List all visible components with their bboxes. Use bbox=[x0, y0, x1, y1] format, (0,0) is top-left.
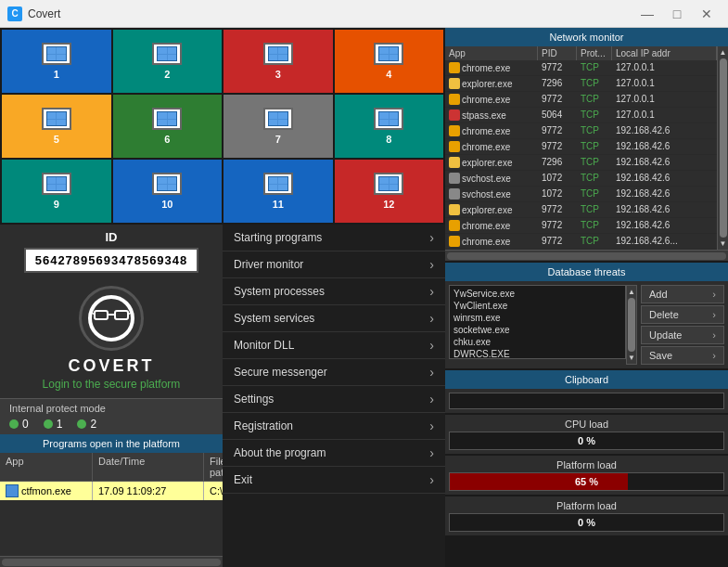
tile-icon-12 bbox=[374, 173, 403, 195]
net-cell-ip-9: 192.168.42.6 bbox=[612, 202, 717, 217]
net-row-10[interactable]: chrome.exe 9772 TCP 192.168.42.6 bbox=[445, 218, 717, 234]
db-btn-delete[interactable]: Delete › bbox=[641, 305, 724, 324]
menu-item-4[interactable]: Monitor DLL › bbox=[223, 332, 445, 359]
net-row-8[interactable]: svchost.exe 1072 TCP 192.168.42.6 bbox=[445, 187, 717, 202]
tile-num-6: 6 bbox=[164, 134, 170, 145]
net-row-5[interactable]: chrome.exe 9772 TCP 192.168.42.6 bbox=[445, 139, 717, 155]
net-cell-ip-0: 127.0.0.1 bbox=[612, 60, 717, 75]
menu-item-2[interactable]: System processes › bbox=[223, 278, 445, 305]
tile-6[interactable]: 6 bbox=[113, 95, 223, 158]
net-row-2[interactable]: chrome.exe 9772 TCP 127.0.0.1 bbox=[445, 92, 717, 108]
net-app-name-3: stpass.exe bbox=[462, 110, 506, 121]
db-scroll-down[interactable]: ▼ bbox=[628, 354, 635, 362]
db-list[interactable]: YwService.exeYwClient.exewinrsm.exesocke… bbox=[449, 285, 626, 359]
menu-item-3[interactable]: System services › bbox=[223, 305, 445, 332]
net-cell-pid-4: 9772 bbox=[538, 123, 577, 138]
menu-item-9[interactable]: Exit › bbox=[223, 467, 445, 494]
tile-num-2: 2 bbox=[164, 69, 170, 80]
id-value: 56427895693478569348 bbox=[24, 248, 199, 273]
db-buttons: Add › Delete › Update › Save › bbox=[641, 285, 724, 365]
menu-item-8[interactable]: About the program › bbox=[223, 440, 445, 467]
table-row[interactable]: ctfmon.exe 17.09 11:09:27 C:\Windows\Sys… bbox=[0, 482, 223, 500]
db-item-0[interactable]: YwService.exe bbox=[453, 288, 621, 300]
net-cell-prot-1: TCP bbox=[577, 76, 612, 91]
tile-9[interactable]: 9 bbox=[2, 160, 111, 223]
db-item-1[interactable]: YwClient.exe bbox=[453, 300, 621, 312]
net-app-name-9: explorer.exe bbox=[462, 205, 512, 215]
net-cell-app-0: chrome.exe bbox=[445, 60, 538, 75]
menu-item-5[interactable]: Secure messenger › bbox=[223, 359, 445, 386]
dot-2-label: 2 bbox=[90, 418, 96, 431]
db-scrollbar[interactable]: ▲ ▼ bbox=[626, 285, 637, 365]
network-scrollbar[interactable]: ▲ ▼ bbox=[717, 46, 728, 250]
tile-5[interactable]: 5 bbox=[2, 95, 111, 158]
net-cell-app-4: chrome.exe bbox=[445, 123, 538, 138]
db-item-3[interactable]: socketwe.exe bbox=[453, 324, 621, 336]
net-app-icon-3 bbox=[449, 110, 460, 121]
bottom-platform-bar: 0 % bbox=[449, 513, 724, 532]
net-row-9[interactable]: explorer.exe 9772 TCP 192.168.42.6 bbox=[445, 202, 717, 218]
net-h-scrollbar[interactable] bbox=[445, 250, 728, 261]
tile-3[interactable]: 3 bbox=[224, 30, 333, 93]
tile-12[interactable]: 12 bbox=[335, 160, 444, 223]
net-h-scroll-track bbox=[447, 252, 726, 260]
db-btn-save[interactable]: Save › bbox=[641, 346, 724, 365]
close-button[interactable]: ✕ bbox=[693, 3, 721, 25]
net-cell-app-2: chrome.exe bbox=[445, 92, 538, 107]
db-scroll-up[interactable]: ▲ bbox=[628, 288, 635, 296]
col-app: App bbox=[0, 453, 93, 481]
net-row-11[interactable]: chrome.exe 9772 TCP 192.168.42.6... bbox=[445, 234, 717, 250]
db-btn-label-1: Delete bbox=[649, 309, 679, 320]
tile-1[interactable]: 1 bbox=[2, 30, 111, 93]
tiles-grid: 1 2 3 bbox=[0, 28, 445, 225]
db-btn-update[interactable]: Update › bbox=[641, 326, 724, 344]
tile-num-10: 10 bbox=[161, 199, 172, 210]
tile-num-4: 4 bbox=[386, 69, 391, 80]
net-table-header: App PID Prot... Local IP addr bbox=[445, 46, 717, 60]
net-col-prot: Prot... bbox=[577, 46, 612, 60]
cpu-load-text: 0 % bbox=[578, 435, 595, 446]
net-cell-ip-4: 192.168.42.6 bbox=[612, 123, 717, 138]
tile-4[interactable]: 4 bbox=[335, 30, 444, 93]
net-row-0[interactable]: chrome.exe 9772 TCP 127.0.0.1 bbox=[445, 60, 717, 76]
menu-item-6[interactable]: Settings › bbox=[223, 386, 445, 413]
db-item-4[interactable]: chku.exe bbox=[453, 336, 621, 348]
tile-10[interactable]: 10 bbox=[113, 160, 223, 223]
scroll-up-icon[interactable]: ▲ bbox=[720, 48, 727, 57]
db-btn-arrow-3: › bbox=[712, 350, 716, 361]
tile-11[interactable]: 11 bbox=[224, 160, 333, 223]
id-section: ID 56427895693478569348 bbox=[0, 225, 223, 278]
tile-7[interactable]: 7 bbox=[224, 95, 333, 158]
tile-icon-5 bbox=[42, 108, 71, 130]
net-row-3[interactable]: stpass.exe 5064 TCP 127.0.0.1 bbox=[445, 108, 717, 123]
menu-item-0[interactable]: Starting programs › bbox=[223, 225, 445, 251]
net-col-ip: Local IP addr bbox=[612, 46, 717, 60]
tile-icon-6 bbox=[152, 108, 182, 130]
platform-load-bar: 65 % bbox=[449, 472, 724, 491]
cpu-load-label: CPU load bbox=[449, 419, 724, 430]
net-app-icon-5 bbox=[449, 141, 460, 152]
tile-2[interactable]: 2 bbox=[113, 30, 223, 93]
net-cell-ip-1: 127.0.0.1 bbox=[612, 76, 717, 91]
net-row-7[interactable]: svchost.exe 1072 TCP 192.168.42.6 bbox=[445, 171, 717, 187]
minimize-button[interactable]: — bbox=[633, 3, 661, 25]
svg-rect-1 bbox=[95, 311, 108, 319]
net-row-1[interactable]: explorer.exe 7296 TCP 127.0.0.1 bbox=[445, 76, 717, 92]
db-item-2[interactable]: winrsm.exe bbox=[453, 312, 621, 324]
db-btn-add[interactable]: Add › bbox=[641, 285, 724, 303]
menu-item-1[interactable]: Driver monitor › bbox=[223, 251, 445, 278]
tile-8[interactable]: 8 bbox=[335, 95, 444, 158]
net-row-6[interactable]: explorer.exe 7296 TCP 192.168.42.6 bbox=[445, 155, 717, 171]
db-item-5[interactable]: DWRCS.EXE bbox=[453, 348, 621, 359]
menu-panel: Starting programs › Driver monitor › Sys… bbox=[223, 225, 445, 567]
scroll-down-icon[interactable]: ▼ bbox=[720, 239, 727, 248]
menu-item-7[interactable]: Registration › bbox=[223, 413, 445, 440]
maximize-button[interactable]: □ bbox=[663, 3, 691, 25]
dot-0-icon bbox=[9, 419, 19, 429]
horizontal-scrollbar[interactable] bbox=[0, 556, 223, 567]
net-row-4[interactable]: chrome.exe 9772 TCP 192.168.42.6 bbox=[445, 123, 717, 139]
protect-dot-1: 1 bbox=[44, 418, 63, 431]
menu-item-label-7: Registration bbox=[234, 419, 293, 432]
net-cell-pid-11: 9772 bbox=[538, 234, 577, 249]
net-app-name-4: chrome.exe bbox=[462, 126, 510, 136]
